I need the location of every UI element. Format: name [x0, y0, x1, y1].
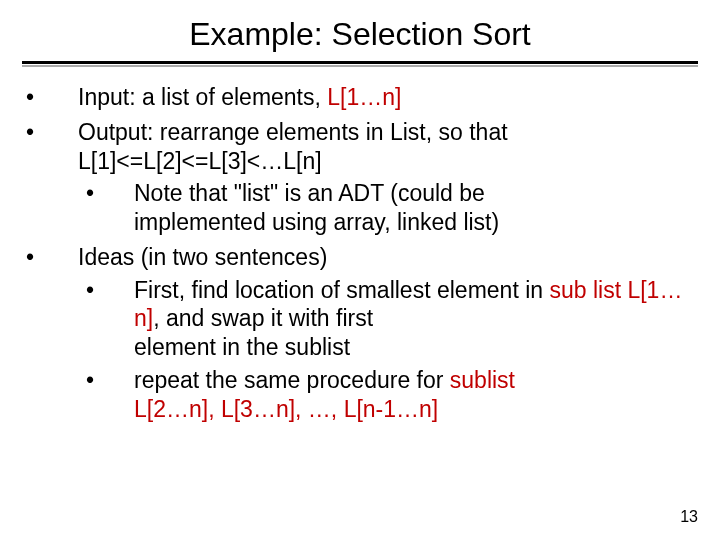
text: Ideas (in two sentences) [78, 244, 327, 270]
title-underline [22, 61, 698, 67]
text-red: L[2…n], L[3…n], …, L[n-1…n] [134, 396, 438, 422]
text: repeat the same procedure for [134, 367, 450, 393]
text: Input: a list of elements, [78, 84, 327, 110]
subbullet-repeat: repeat the same procedure for sublist L[… [78, 366, 698, 424]
slide-title: Example: Selection Sort [0, 0, 720, 61]
text: Note that "list" is an ADT (could be [134, 180, 485, 206]
text: implemented using array, linked list) [134, 209, 499, 235]
text: Output: rearrange elements in List, so t… [78, 119, 508, 145]
bullet-input: Input: a list of elements, L[1…n] [22, 83, 698, 112]
slide: Example: Selection Sort Input: a list of… [0, 0, 720, 540]
text-red: L[1…n] [327, 84, 401, 110]
bullet-output: Output: rearrange elements in List, so t… [22, 118, 698, 237]
slide-body: Input: a list of elements, L[1…n] Output… [0, 83, 720, 423]
text-red: sublist [450, 367, 515, 393]
subbullet-first: First, find location of smallest element… [78, 276, 698, 362]
page-number: 13 [680, 508, 698, 526]
subbullet-adt: Note that "list" is an ADT (could be imp… [78, 179, 698, 237]
text: L[1]<=L[2]<=L[3]<…L[n] [78, 148, 322, 174]
text: First, find location of smallest element… [134, 277, 549, 303]
text: , and swap it with first [153, 305, 373, 331]
text: element in the sublist [134, 334, 350, 360]
bullet-ideas: Ideas (in two sentences) First, find loc… [22, 243, 698, 424]
